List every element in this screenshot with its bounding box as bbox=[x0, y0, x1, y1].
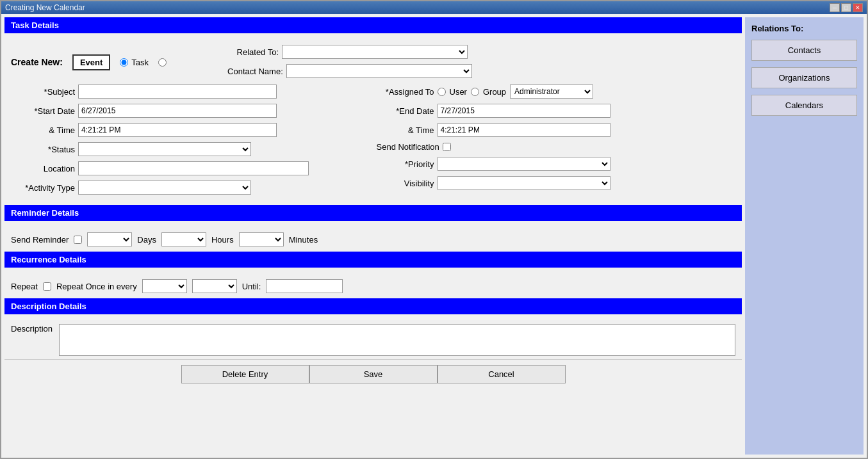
send-reminder-label: Send Reminder bbox=[11, 235, 69, 245]
description-textarea[interactable] bbox=[59, 324, 735, 356]
repeat-once-label: Repeat Once in every bbox=[56, 282, 137, 291]
bottom-buttons: Delete Entry Save Cancel bbox=[4, 359, 742, 389]
status-row: *Status Pending In Progress Complete bbox=[11, 142, 370, 156]
left-col: *Subject *Start Date 6/27/2015 & Time 4:… bbox=[11, 85, 370, 200]
activity-type-label: *Activity Type bbox=[11, 183, 75, 193]
start-date-input[interactable]: 6/27/2015 bbox=[78, 104, 277, 118]
location-label: Location bbox=[11, 164, 75, 173]
visibility-row: Visibility Public Private bbox=[377, 176, 736, 190]
start-time-input[interactable]: 4:21:21 PM bbox=[78, 123, 277, 137]
location-input[interactable] bbox=[78, 161, 309, 175]
contact-name-label: Contact Name: bbox=[227, 67, 283, 76]
subject-row: *Subject bbox=[11, 85, 370, 99]
assigned-options: User Group Administrator bbox=[438, 85, 594, 99]
until-input[interactable] bbox=[266, 279, 343, 293]
status-select[interactable]: Pending In Progress Complete bbox=[78, 142, 251, 156]
status-label: *Status bbox=[11, 145, 75, 154]
recurrence-details-header: Recurrence Details bbox=[4, 252, 742, 268]
end-time-input[interactable]: 4:21:21 PM bbox=[438, 123, 610, 137]
reminder-details-header: Reminder Details bbox=[4, 205, 742, 221]
recurrence-row: Repeat Repeat Once in every Until: bbox=[4, 274, 742, 298]
send-notification-checkbox[interactable] bbox=[443, 143, 451, 151]
hours-label: Hours bbox=[211, 235, 234, 245]
window-title: Creating New Calendar bbox=[5, 3, 85, 12]
reminder-row: Send Reminder Days Hours Minutes bbox=[4, 227, 742, 252]
delete-entry-button[interactable]: Delete Entry bbox=[181, 365, 309, 383]
user-radio[interactable] bbox=[438, 88, 446, 96]
send-notification-label: Send Notification bbox=[377, 142, 439, 152]
related-to-label: Related To: bbox=[227, 47, 279, 57]
priority-select[interactable]: High Medium Low bbox=[438, 157, 610, 171]
other-radio[interactable] bbox=[158, 58, 167, 67]
until-label: Until: bbox=[242, 282, 261, 291]
start-date-row: *Start Date 6/27/2015 bbox=[11, 104, 370, 118]
contact-name-row: Contact Name: bbox=[227, 64, 472, 78]
assigned-to-row: *Assigned To User Group Administrator bbox=[377, 85, 736, 99]
subject-label: *Subject bbox=[11, 87, 75, 97]
visibility-select[interactable]: Public Private bbox=[438, 176, 610, 190]
right-col: *Assigned To User Group Administrator bbox=[377, 85, 736, 200]
maximize-button[interactable]: □ bbox=[841, 3, 851, 12]
user-label: User bbox=[450, 87, 467, 97]
start-time-label: & Time bbox=[11, 125, 75, 135]
minimize-button[interactable]: ─ bbox=[830, 3, 840, 12]
reminder-hours-select[interactable] bbox=[161, 232, 206, 246]
group-label: Group bbox=[483, 87, 506, 97]
right-panel: Relations To: Contacts Organizations Cal… bbox=[745, 17, 864, 455]
end-time-label: & Time bbox=[377, 125, 434, 135]
contact-name-select[interactable] bbox=[286, 64, 472, 78]
main-window: Creating New Calendar ─ □ ✕ Task Details… bbox=[0, 0, 868, 459]
title-bar: Creating New Calendar ─ □ ✕ bbox=[1, 1, 867, 14]
send-notification-row: Send Notification bbox=[377, 142, 736, 152]
task-details-header: Task Details bbox=[4, 17, 742, 33]
visibility-label: Visibility bbox=[377, 179, 434, 188]
end-date-row: *End Date 7/27/2015 bbox=[377, 104, 736, 118]
event-button[interactable]: Event bbox=[72, 54, 110, 70]
activity-type-row: *Activity Type Call Meeting Task bbox=[11, 181, 370, 195]
related-to-select[interactable] bbox=[282, 45, 468, 59]
task-radio[interactable] bbox=[120, 58, 128, 67]
create-new-label: Create New: bbox=[11, 57, 63, 67]
send-reminder-checkbox[interactable] bbox=[74, 236, 82, 244]
minutes-label: Minutes bbox=[289, 235, 318, 245]
assigned-select[interactable]: Administrator bbox=[510, 85, 593, 99]
task-label: Task bbox=[131, 58, 149, 67]
repeat-label: Repeat bbox=[11, 282, 38, 291]
relations-to-title: Relations To: bbox=[751, 24, 857, 33]
start-date-label: *Start Date bbox=[11, 106, 75, 116]
main-panel: Task Details Create New: Event Task Rela… bbox=[4, 17, 742, 455]
title-bar-controls: ─ □ ✕ bbox=[830, 3, 863, 12]
related-to-row: Related To: bbox=[227, 45, 472, 59]
cancel-button[interactable]: Cancel bbox=[438, 365, 566, 383]
save-button[interactable]: Save bbox=[309, 365, 438, 383]
priority-label: *Priority bbox=[377, 159, 434, 169]
recurrence-freq-select[interactable] bbox=[192, 279, 237, 293]
reminder-minutes-select[interactable] bbox=[239, 232, 284, 246]
description-area: Description bbox=[4, 321, 742, 359]
create-new-row: Create New: Event Task Related To: bbox=[4, 40, 742, 85]
location-row: Location bbox=[11, 161, 370, 175]
description-details-header: Description Details bbox=[4, 298, 742, 314]
priority-row: *Priority High Medium Low bbox=[377, 157, 736, 171]
subject-input[interactable] bbox=[78, 85, 277, 99]
reminder-days-select[interactable] bbox=[87, 232, 132, 246]
days-label: Days bbox=[137, 235, 156, 245]
calendars-button[interactable]: Calendars bbox=[751, 95, 857, 116]
content-area: Task Details Create New: Event Task Rela… bbox=[1, 14, 867, 458]
recurrence-type-select[interactable] bbox=[142, 279, 187, 293]
start-time-row: & Time 4:21:21 PM bbox=[11, 123, 370, 137]
end-time-row: & Time 4:21:21 PM bbox=[377, 123, 736, 137]
form-two-col: *Subject *Start Date 6/27/2015 & Time 4:… bbox=[4, 85, 742, 200]
repeat-checkbox[interactable] bbox=[43, 282, 51, 291]
organizations-button[interactable]: Organizations bbox=[751, 67, 857, 88]
contacts-button[interactable]: Contacts bbox=[751, 40, 857, 61]
assigned-to-label: *Assigned To bbox=[377, 87, 434, 97]
close-button[interactable]: ✕ bbox=[853, 3, 863, 12]
end-date-input[interactable]: 7/27/2015 bbox=[438, 104, 610, 118]
task-radio-group: Task bbox=[120, 58, 149, 67]
group-radio[interactable] bbox=[471, 88, 479, 96]
description-label: Description bbox=[11, 324, 53, 334]
end-date-label: *End Date bbox=[377, 106, 434, 116]
activity-type-select[interactable]: Call Meeting Task bbox=[78, 181, 251, 195]
